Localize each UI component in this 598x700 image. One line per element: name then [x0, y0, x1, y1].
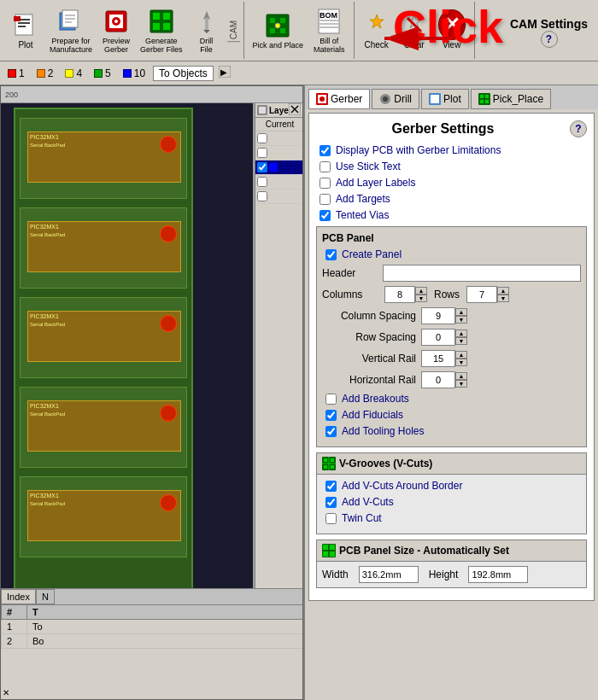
prepare-button[interactable]: Prepare forManufacture	[44, 6, 97, 55]
add-vcuts-label: Add V-Cuts	[342, 496, 394, 508]
rows-input[interactable]: 7	[466, 286, 497, 303]
svg-rect-56	[485, 100, 489, 103]
layer-check-2[interactable]	[257, 148, 267, 158]
col-spacing-label: Column Spacing	[322, 310, 416, 322]
width-input[interactable]: 316.2mm	[359, 566, 419, 583]
pcb-close-btn[interactable]	[289, 103, 301, 118]
tab-pick-place[interactable]: Pick_Place	[471, 89, 551, 109]
layer-row-5	[255, 190, 303, 204]
bottom-tabs: Index N	[1, 589, 303, 604]
vgrooves-title: V-Grooves (V-Cuts)	[339, 458, 432, 470]
vert-rail-down-btn[interactable]: ▼	[455, 359, 467, 366]
row-spacing-down-btn[interactable]: ▼	[455, 337, 467, 345]
col-spacing-input[interactable]	[421, 307, 455, 324]
svg-rect-66	[330, 545, 335, 550]
rows-down-btn[interactable]: ▼	[497, 295, 509, 302]
index-table: # T 1 To 2 Bo	[1, 604, 303, 649]
clear-label: Clear	[404, 40, 425, 50]
plot-button[interactable]: Plot	[7, 9, 44, 51]
col-spacing-up-btn[interactable]: ▲	[455, 308, 467, 316]
generate-gerber-button[interactable]: GenerateGerber Files	[135, 6, 188, 55]
layer4-color	[65, 69, 73, 78]
display-pcb-label: Display PCB with Gerber Limitations	[336, 144, 501, 156]
columns-up-btn[interactable]: ▲	[415, 287, 427, 295]
clear-button[interactable]: Clear	[396, 9, 433, 51]
tented-vias-check[interactable]	[320, 210, 331, 221]
row-spacing-input[interactable]	[421, 329, 455, 346]
content-help-btn[interactable]: ?	[570, 120, 587, 137]
columns-input[interactable]: 8	[384, 286, 415, 303]
add-targets-check[interactable]	[320, 194, 331, 205]
twin-cut-check[interactable]	[325, 513, 337, 524]
header-input[interactable]	[383, 265, 581, 282]
svg-rect-68	[330, 551, 335, 557]
pcb-canvas-area: 200 PIC32MX1 Serial BackPad	[0, 85, 303, 700]
toolbar2-end-btn[interactable]: ▶	[219, 66, 231, 80]
layer1-num: 1	[19, 67, 25, 79]
add-vcuts-border-check[interactable]	[325, 481, 337, 492]
add-vcuts-border-row: Add V-Cuts Around Border	[322, 480, 581, 492]
svg-rect-26	[280, 28, 285, 33]
add-layer-labels-check[interactable]	[320, 178, 331, 189]
pcb-section-1: PIC32MX1 Serial BackPad	[20, 118, 187, 199]
horiz-rail-input[interactable]	[421, 371, 455, 388]
row1-index: 1	[2, 620, 27, 634]
layer1-item[interactable]: 1	[3, 65, 29, 82]
n-tab[interactable]: N	[36, 589, 55, 604]
vert-rail-input[interactable]	[421, 350, 455, 367]
layer5-item[interactable]: 5	[90, 65, 115, 82]
col-spacing-down-btn[interactable]: ▼	[455, 316, 467, 324]
svg-rect-24	[280, 18, 285, 23]
svg-rect-53	[480, 95, 484, 98]
check-button[interactable]: Check	[358, 9, 396, 51]
tab-plot[interactable]: Plot	[421, 89, 469, 109]
vgrooves-section: V-Grooves (V-Cuts) Add V-Cuts Around Bor…	[316, 452, 587, 534]
display-pcb-check[interactable]	[320, 145, 331, 156]
to-objects-button[interactable]: To Objects	[153, 66, 214, 81]
rows-up-btn[interactable]: ▲	[497, 287, 509, 295]
index-tab[interactable]: Index	[1, 589, 36, 604]
header-label: Header	[322, 267, 378, 279]
preview-gerber-icon	[103, 8, 130, 35]
row-spacing-up-btn[interactable]: ▲	[455, 330, 467, 337]
add-breakouts-check[interactable]	[325, 394, 337, 405]
add-fiducials-check[interactable]	[325, 410, 337, 421]
vert-rail-spinbox: ▲ ▼	[421, 350, 467, 367]
layer10-item[interactable]: 10	[119, 65, 150, 82]
cam-settings-help-button[interactable]: ?	[541, 31, 558, 48]
add-tooling-holes-row: Add Tooling Holes	[322, 425, 581, 437]
svg-rect-51	[431, 95, 439, 103]
horiz-rail-down-btn[interactable]: ▼	[455, 380, 467, 388]
create-panel-check[interactable]	[325, 249, 337, 260]
add-vcuts-check[interactable]	[325, 497, 337, 508]
bom-button[interactable]: BOM Bill ofMaterials	[308, 6, 350, 55]
row-spacing-row: Row Spacing ▲ ▼	[322, 329, 581, 346]
tab-drill[interactable]: Drill	[372, 89, 419, 109]
layer10-color	[123, 69, 132, 78]
layer4-item[interactable]: 4	[61, 65, 86, 82]
layer-check-4[interactable]	[257, 177, 267, 187]
tab-gerber[interactable]: Gerber	[308, 89, 370, 109]
layer2-item[interactable]: 2	[32, 65, 58, 82]
layer-check-5[interactable]	[257, 191, 267, 201]
col-spacing-row: Column Spacing ▲ ▼	[322, 307, 581, 324]
layer-check-1[interactable]	[257, 133, 267, 143]
main-content: 200 PIC32MX1 Serial BackPad	[0, 85, 598, 700]
use-stick-check[interactable]	[320, 161, 331, 172]
panel-size-title: PCB Panel Size - Automatically Set	[339, 545, 509, 557]
preview-gerber-button[interactable]: PreviewGerber	[97, 6, 135, 55]
layer-check-3[interactable]	[257, 162, 267, 172]
bottom-close-btn[interactable]: ✕	[3, 688, 9, 697]
add-tooling-holes-check[interactable]	[325, 426, 337, 437]
columns-down-btn[interactable]: ▼	[415, 295, 427, 302]
view-button[interactable]: ✕ View	[433, 9, 471, 51]
horiz-rail-up-btn[interactable]: ▲	[455, 372, 467, 380]
height-input[interactable]: 192.8mm	[468, 566, 528, 583]
drill-button[interactable]: DrillFile	[188, 6, 226, 55]
panel-size-header: PCB Panel Size - Automatically Set	[316, 540, 587, 562]
width-label: Width	[322, 569, 349, 580]
pick-place-button[interactable]: Pick and Place	[248, 10, 309, 51]
vert-rail-up-btn[interactable]: ▲	[455, 351, 467, 359]
columns-spinbox: 8 ▲ ▼	[384, 286, 427, 303]
layer5-num: 5	[105, 67, 111, 79]
